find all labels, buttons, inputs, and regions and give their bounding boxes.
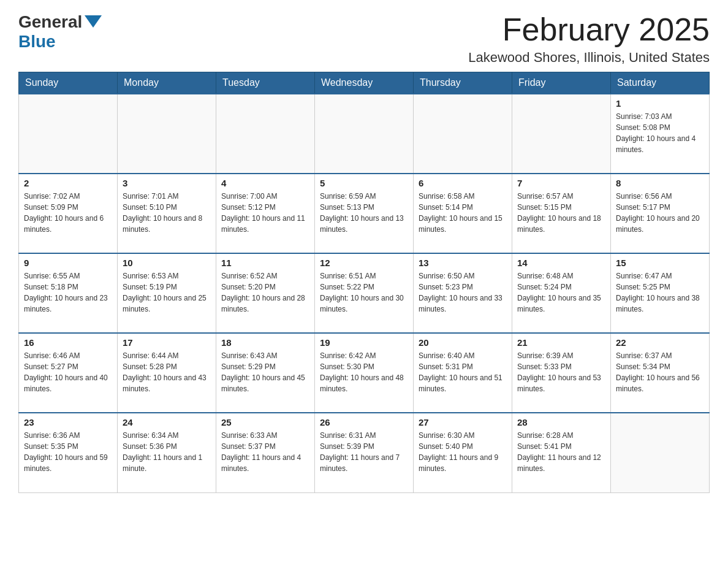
day-number: 13 [419, 258, 507, 268]
day-number: 11 [221, 258, 309, 268]
calendar-cell: 24Sunrise: 6:34 AMSunset: 5:36 PMDayligh… [118, 413, 216, 492]
day-info: Sunrise: 7:03 AMSunset: 5:08 PMDaylight:… [616, 111, 704, 155]
day-number: 17 [123, 337, 211, 348]
day-info: Sunrise: 6:39 AMSunset: 5:33 PMDaylight:… [517, 350, 605, 394]
day-info: Sunrise: 6:59 AMSunset: 5:13 PMDaylight:… [320, 191, 408, 235]
calendar-cell: 22Sunrise: 6:37 AMSunset: 5:34 PMDayligh… [611, 333, 710, 413]
day-info: Sunrise: 6:31 AMSunset: 5:39 PMDaylight:… [320, 430, 408, 474]
day-number: 19 [320, 337, 408, 348]
calendar-cell: 15Sunrise: 6:47 AMSunset: 5:25 PMDayligh… [611, 253, 710, 333]
day-number: 9 [24, 258, 112, 268]
calendar-cell: 1Sunrise: 7:03 AMSunset: 5:08 PMDaylight… [611, 94, 710, 174]
calendar-header-monday: Monday [118, 72, 216, 94]
calendar-cell: 27Sunrise: 6:30 AMSunset: 5:40 PMDayligh… [414, 413, 512, 492]
day-number: 28 [517, 417, 605, 427]
day-number: 25 [221, 417, 309, 427]
day-number: 27 [419, 417, 507, 427]
day-info: Sunrise: 6:57 AMSunset: 5:15 PMDaylight:… [517, 191, 605, 235]
day-info: Sunrise: 6:30 AMSunset: 5:40 PMDaylight:… [419, 430, 507, 474]
calendar-cell: 8Sunrise: 6:56 AMSunset: 5:17 PMDaylight… [611, 174, 710, 253]
calendar-cell: 5Sunrise: 6:59 AMSunset: 5:13 PMDaylight… [315, 174, 414, 253]
day-info: Sunrise: 6:58 AMSunset: 5:14 PMDaylight:… [419, 191, 507, 235]
calendar-cell: 25Sunrise: 6:33 AMSunset: 5:37 PMDayligh… [216, 413, 315, 492]
day-number: 14 [517, 258, 605, 268]
day-info: Sunrise: 6:28 AMSunset: 5:41 PMDaylight:… [517, 430, 605, 474]
calendar-cell: 10Sunrise: 6:53 AMSunset: 5:19 PMDayligh… [118, 253, 216, 333]
calendar-cell [315, 94, 414, 174]
title-area: February 2025 Lakewood Shores, Illinois,… [468, 12, 710, 66]
calendar-header-tuesday: Tuesday [216, 72, 315, 94]
calendar-cell [118, 94, 216, 174]
day-number: 5 [320, 178, 408, 188]
day-number: 23 [24, 417, 112, 427]
calendar-cell: 21Sunrise: 6:39 AMSunset: 5:33 PMDayligh… [512, 333, 611, 413]
calendar-cell: 20Sunrise: 6:40 AMSunset: 5:31 PMDayligh… [414, 333, 512, 413]
calendar-week-row: 2Sunrise: 7:02 AMSunset: 5:09 PMDaylight… [19, 174, 710, 253]
day-number: 7 [517, 178, 605, 188]
day-number: 22 [616, 337, 704, 348]
calendar-cell: 11Sunrise: 6:52 AMSunset: 5:20 PMDayligh… [216, 253, 315, 333]
day-info: Sunrise: 6:42 AMSunset: 5:30 PMDaylight:… [320, 350, 408, 394]
calendar-cell: 18Sunrise: 6:43 AMSunset: 5:29 PMDayligh… [216, 333, 315, 413]
day-info: Sunrise: 6:40 AMSunset: 5:31 PMDaylight:… [419, 350, 507, 394]
calendar-week-row: 16Sunrise: 6:46 AMSunset: 5:27 PMDayligh… [19, 333, 710, 413]
calendar-cell: 14Sunrise: 6:48 AMSunset: 5:24 PMDayligh… [512, 253, 611, 333]
page-header: General Blue February 2025 Lakewood Shor… [18, 12, 710, 66]
day-info: Sunrise: 6:47 AMSunset: 5:25 PMDaylight:… [616, 270, 704, 315]
day-number: 10 [123, 258, 211, 268]
calendar-cell: 28Sunrise: 6:28 AMSunset: 5:41 PMDayligh… [512, 413, 611, 492]
calendar-cell: 6Sunrise: 6:58 AMSunset: 5:14 PMDaylight… [414, 174, 512, 253]
calendar-cell: 13Sunrise: 6:50 AMSunset: 5:23 PMDayligh… [414, 253, 512, 333]
calendar-cell [414, 94, 512, 174]
calendar-cell: 4Sunrise: 7:00 AMSunset: 5:12 PMDaylight… [216, 174, 315, 253]
calendar-cell [611, 413, 710, 492]
day-number: 24 [123, 417, 211, 427]
calendar-cell: 17Sunrise: 6:44 AMSunset: 5:28 PMDayligh… [118, 333, 216, 413]
logo-arrow-icon [85, 15, 102, 28]
calendar-header-saturday: Saturday [611, 72, 710, 94]
day-info: Sunrise: 6:56 AMSunset: 5:17 PMDaylight:… [616, 191, 704, 235]
day-info: Sunrise: 6:36 AMSunset: 5:35 PMDaylight:… [24, 430, 112, 474]
day-info: Sunrise: 6:37 AMSunset: 5:34 PMDaylight:… [616, 350, 704, 394]
day-info: Sunrise: 6:48 AMSunset: 5:24 PMDaylight:… [517, 270, 605, 315]
day-info: Sunrise: 6:33 AMSunset: 5:37 PMDaylight:… [221, 430, 309, 474]
day-number: 21 [517, 337, 605, 348]
calendar-cell: 2Sunrise: 7:02 AMSunset: 5:09 PMDaylight… [19, 174, 118, 253]
day-number: 6 [419, 178, 507, 188]
day-number: 4 [221, 178, 309, 188]
day-number: 16 [24, 337, 112, 348]
day-info: Sunrise: 6:52 AMSunset: 5:20 PMDaylight:… [221, 270, 309, 315]
logo-general: General [18, 12, 102, 32]
day-info: Sunrise: 7:01 AMSunset: 5:10 PMDaylight:… [123, 191, 211, 235]
calendar-cell: 12Sunrise: 6:51 AMSunset: 5:22 PMDayligh… [315, 253, 414, 333]
calendar-header-thursday: Thursday [414, 72, 512, 94]
day-info: Sunrise: 6:34 AMSunset: 5:36 PMDaylight:… [123, 430, 211, 474]
day-info: Sunrise: 6:53 AMSunset: 5:19 PMDaylight:… [123, 270, 211, 315]
calendar-cell: 9Sunrise: 6:55 AMSunset: 5:18 PMDaylight… [19, 253, 118, 333]
day-number: 12 [320, 258, 408, 268]
day-number: 15 [616, 258, 704, 268]
calendar-cell: 26Sunrise: 6:31 AMSunset: 5:39 PMDayligh… [315, 413, 414, 492]
calendar-cell: 3Sunrise: 7:01 AMSunset: 5:10 PMDaylight… [118, 174, 216, 253]
calendar-cell: 23Sunrise: 6:36 AMSunset: 5:35 PMDayligh… [19, 413, 118, 492]
day-info: Sunrise: 6:44 AMSunset: 5:28 PMDaylight:… [123, 350, 211, 394]
day-info: Sunrise: 6:55 AMSunset: 5:18 PMDaylight:… [24, 270, 112, 315]
calendar-cell: 7Sunrise: 6:57 AMSunset: 5:15 PMDaylight… [512, 174, 611, 253]
calendar-cell [19, 94, 118, 174]
calendar-cell: 16Sunrise: 6:46 AMSunset: 5:27 PMDayligh… [19, 333, 118, 413]
day-number: 26 [320, 417, 408, 427]
logo-text-general: General [18, 12, 82, 32]
calendar-cell: 19Sunrise: 6:42 AMSunset: 5:30 PMDayligh… [315, 333, 414, 413]
day-info: Sunrise: 7:02 AMSunset: 5:09 PMDaylight:… [24, 191, 112, 235]
calendar-week-row: 9Sunrise: 6:55 AMSunset: 5:18 PMDaylight… [19, 253, 710, 333]
day-number: 8 [616, 178, 704, 188]
day-number: 3 [123, 178, 211, 188]
month-title: February 2025 [468, 12, 710, 47]
calendar-cell [512, 94, 611, 174]
day-number: 18 [221, 337, 309, 348]
calendar-header-row: SundayMondayTuesdayWednesdayThursdayFrid… [19, 72, 710, 94]
location-title: Lakewood Shores, Illinois, United States [468, 50, 710, 66]
day-info: Sunrise: 7:00 AMSunset: 5:12 PMDaylight:… [221, 191, 309, 235]
calendar-week-row: 1Sunrise: 7:03 AMSunset: 5:08 PMDaylight… [19, 94, 710, 174]
logo-text-blue: Blue [18, 32, 56, 52]
